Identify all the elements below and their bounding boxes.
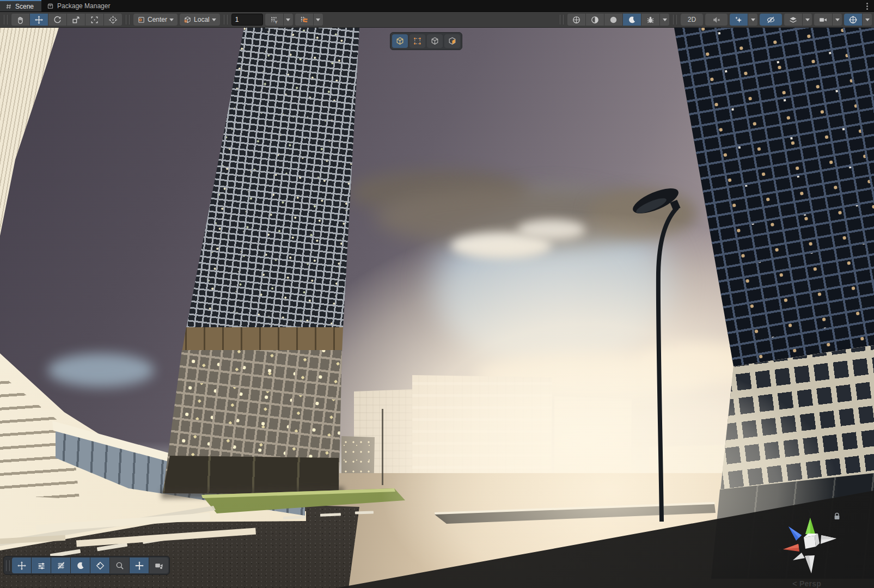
audio-muted-icon xyxy=(712,15,721,24)
layers-dropdown[interactable] xyxy=(802,14,812,26)
draw-mode-group xyxy=(567,14,669,26)
chevron-down-icon xyxy=(212,19,216,21)
scale-tool-button[interactable] xyxy=(66,14,85,26)
transform-tool-button[interactable] xyxy=(103,14,122,26)
chevron-down-icon xyxy=(169,19,174,21)
overlay-search-button[interactable] xyxy=(109,558,129,573)
cube-outline-button[interactable] xyxy=(427,34,443,48)
scene-viewport[interactable]: y z x < Persp xyxy=(0,28,874,588)
grid-snapping-button[interactable] xyxy=(295,14,313,26)
layers-button[interactable] xyxy=(784,14,802,26)
debug-draw-mode-icon[interactable] xyxy=(641,14,659,26)
gizmos-dropdown[interactable] xyxy=(862,14,872,26)
overlay-cameras-button[interactable] xyxy=(149,558,168,573)
grid-visibility-group: Y xyxy=(265,14,293,26)
toggle-2d-button[interactable]: 2D xyxy=(681,14,703,26)
grid-visibility-dropdown[interactable] xyxy=(283,14,293,26)
gizmo-axis-neg-z[interactable] xyxy=(793,553,805,560)
rotate-tool-button[interactable] xyxy=(48,14,66,26)
toolbar-drag-handle[interactable] xyxy=(560,15,564,24)
gizmo-axis-neg-x[interactable] xyxy=(821,535,836,544)
orientation-gizmo[interactable]: y z x xyxy=(767,506,854,588)
kebab-menu-icon[interactable] xyxy=(863,2,871,10)
padlock-icon[interactable] xyxy=(833,512,841,520)
rect-handles-button[interactable] xyxy=(410,34,425,48)
layers-icon xyxy=(789,15,798,24)
toolbar-separator xyxy=(224,15,228,24)
effects-group xyxy=(730,14,757,26)
camera-culling-dropdown[interactable] xyxy=(832,14,842,26)
magnifier-icon xyxy=(115,561,125,571)
overlay-tool-settings-button[interactable] xyxy=(31,558,51,573)
gizmo-label-z: z xyxy=(781,517,785,526)
transform-tools-group xyxy=(11,14,122,26)
gizmos-button[interactable] xyxy=(844,14,862,26)
camera-group xyxy=(814,14,842,26)
pivot-center-icon xyxy=(137,16,145,24)
wire-globe-icon xyxy=(848,15,858,24)
draw-mode-dropdown[interactable] xyxy=(659,14,669,26)
toggle-2d-label: 2D xyxy=(688,16,696,23)
layers-group xyxy=(784,14,812,26)
draw-mode-half-sphere-icon[interactable] xyxy=(585,14,604,26)
draw-mode-unlit-icon[interactable] xyxy=(604,14,622,26)
gizmo-axis-neg-y[interactable] xyxy=(805,555,815,573)
move-tool-button[interactable] xyxy=(29,14,48,26)
effects-dropdown[interactable] xyxy=(748,14,757,26)
ground-glow xyxy=(0,28,874,588)
gizmo-axis-z[interactable] xyxy=(789,526,802,541)
grid-axis-label: Y xyxy=(274,19,278,24)
projection-icon: < xyxy=(792,579,797,588)
main-toolbar: Center Local Y 2D xyxy=(0,12,874,28)
camera-culling-button[interactable] xyxy=(814,14,832,26)
tab-package-manager[interactable]: Package Manager xyxy=(41,0,118,11)
tab-scene[interactable]: Scene xyxy=(0,0,41,11)
toolbar-separator xyxy=(126,15,130,24)
handle-orientation-dropdown[interactable]: Local xyxy=(180,14,220,26)
toolbar-separator xyxy=(673,15,677,24)
overlay-view-options-button[interactable] xyxy=(70,558,90,573)
grid-snapping-dropdown[interactable] xyxy=(313,14,323,26)
toolbar-drag-handle[interactable] xyxy=(4,15,8,24)
overlays-toolbar xyxy=(3,556,170,575)
video-camera-icon xyxy=(154,561,164,571)
rect-tool-button[interactable] xyxy=(85,14,103,26)
eye-slash-icon xyxy=(766,15,775,24)
pivot-mode-label: Center xyxy=(148,16,167,23)
pivot-cube-button[interactable] xyxy=(392,34,408,48)
pivot-mode-dropdown[interactable]: Center xyxy=(133,14,178,26)
gizmos-group xyxy=(844,14,872,26)
handle-orientation-label: Local xyxy=(194,16,210,23)
gizmo-cube[interactable] xyxy=(804,534,820,549)
projection-toggle[interactable]: < Persp xyxy=(792,579,821,588)
tab-scene-label: Scene xyxy=(15,3,34,10)
gizmo-label-x: x xyxy=(778,546,782,554)
overlay-grid-snap-button[interactable] xyxy=(51,558,70,573)
grid-visibility-button[interactable]: Y xyxy=(265,14,283,26)
draw-mode-shaded-icon[interactable] xyxy=(567,14,585,26)
audio-muted-button[interactable] xyxy=(705,14,728,26)
gizmo-label-y: y xyxy=(808,507,812,516)
overlay-tools-button[interactable] xyxy=(12,558,31,573)
cube-face-button[interactable] xyxy=(444,34,460,48)
projection-label: Persp xyxy=(799,579,821,588)
sparkle-star-icon xyxy=(734,15,743,24)
package-icon xyxy=(47,3,54,9)
overlay-orientation-button[interactable] xyxy=(90,558,109,573)
video-camera-icon xyxy=(818,15,828,24)
local-cube-icon xyxy=(184,16,192,24)
pan-hand-tool-button[interactable] xyxy=(11,14,29,26)
overlay-drag-handle[interactable] xyxy=(6,560,10,571)
scene-grid-icon xyxy=(5,3,12,10)
gizmo-axis-y[interactable] xyxy=(805,518,815,535)
scene-view-mode-overlay xyxy=(390,32,462,50)
unity-editor-window: Scene Package Manager Center Local xyxy=(0,0,874,588)
tab-bar: Scene Package Manager xyxy=(0,0,874,12)
grid-snapping-group xyxy=(295,14,323,26)
gizmo-axis-x[interactable] xyxy=(783,544,799,552)
grid-size-input[interactable] xyxy=(231,14,263,26)
overlay-move-button[interactable] xyxy=(129,558,149,573)
effects-button[interactable] xyxy=(730,14,748,26)
hidden-objects-button[interactable] xyxy=(760,14,782,26)
draw-mode-night-icon[interactable] xyxy=(622,14,641,26)
